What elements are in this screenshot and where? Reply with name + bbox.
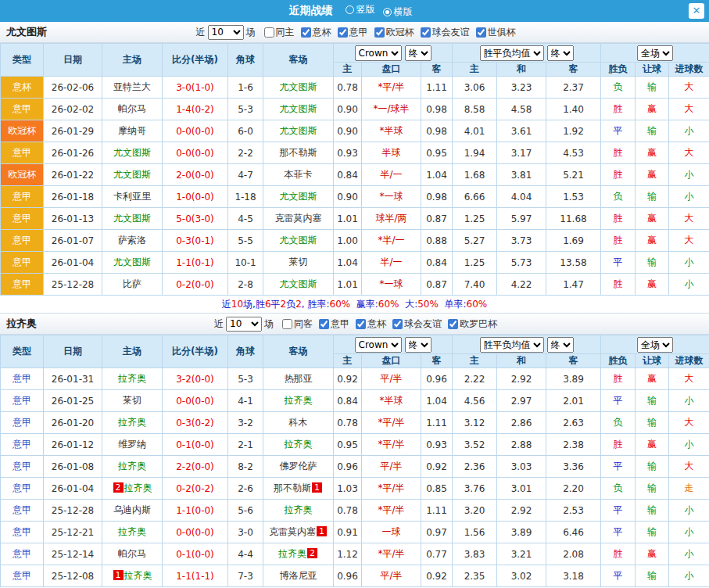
team-link[interactable]: 乌迪内斯	[113, 504, 151, 515]
scope-select[interactable]: 全场	[637, 337, 673, 353]
filter-checkbox-input[interactable]	[282, 319, 292, 329]
team-link[interactable]: 尤文图斯	[280, 278, 317, 289]
filter-checkbox[interactable]: 意杯	[301, 26, 331, 39]
table-row: 意甲25-12-28比萨0-2(0-0)2-8尤文图斯1.01*一球0.877.…	[1, 274, 709, 296]
match-score: 0-0(0-0)	[163, 120, 228, 142]
team-link[interactable]: 比萨	[123, 278, 141, 289]
match-count-select[interactable]: 10	[208, 25, 244, 40]
filter-checkbox-input[interactable]	[374, 27, 385, 38]
close-button[interactable]: ✕	[689, 3, 704, 19]
team-link[interactable]: 拉齐奥	[285, 439, 313, 450]
scope-select[interactable]: 全场	[637, 45, 673, 61]
team-link[interactable]: 尤文图斯	[280, 125, 317, 136]
result-goals: 小	[669, 186, 709, 208]
team-link[interactable]: 佛罗伦萨	[280, 461, 317, 471]
team-link[interactable]: 本菲卡	[285, 169, 313, 180]
sub-column-header: 进球数	[669, 63, 709, 77]
team-link[interactable]: 博洛尼亚	[280, 570, 317, 581]
team-link[interactable]: 拉齐奥	[285, 504, 313, 515]
team-link[interactable]: 尤文图斯	[280, 81, 317, 92]
layout-radio-vertical[interactable]: 竖版	[346, 3, 375, 16]
team-link[interactable]: 尤文图斯	[113, 256, 151, 267]
filter-checkbox-input[interactable]	[338, 27, 348, 38]
filter-checkbox[interactable]: 意甲	[338, 26, 368, 39]
team-link[interactable]: 帕尔马	[118, 548, 146, 559]
mean-away-odds: 2.08	[546, 543, 601, 565]
team-link[interactable]: 拉齐奥	[285, 395, 313, 406]
match-date: 25-12-21	[44, 522, 102, 543]
mean-odds-select[interactable]: 胜平负均值	[480, 337, 544, 353]
match-score: 1-0(0-0)	[163, 186, 228, 208]
filter-checkbox-input[interactable]	[319, 319, 329, 329]
filter-checkbox[interactable]: 欧冠杯	[374, 26, 414, 39]
team-link[interactable]: 尤文图斯	[280, 191, 317, 202]
team-link[interactable]: 帕尔马	[118, 103, 146, 114]
mean-odds-select[interactable]: 胜平负均值	[480, 45, 544, 61]
team-link[interactable]: 拉齐奥	[124, 482, 152, 493]
team-link[interactable]: 拉齐奥	[118, 461, 146, 471]
result-handicap: 赢	[636, 99, 669, 120]
filter-checkbox[interactable]: 同主	[264, 26, 295, 39]
team-name[interactable]: 尤文图斯	[6, 25, 47, 39]
team-link[interactable]: 亚特兰大	[113, 81, 151, 92]
odds-final-select[interactable]: 终	[405, 45, 431, 61]
team-link[interactable]: 那不勒斯	[274, 482, 311, 493]
team-link[interactable]: 摩纳哥	[118, 125, 146, 136]
summary-text: 6	[265, 299, 271, 310]
filter-checkbox-input[interactable]	[392, 319, 403, 329]
result-goals: 走	[669, 478, 709, 500]
filter-checkbox[interactable]: 世俱杯	[476, 26, 516, 39]
team-link[interactable]: 尤文图斯	[280, 103, 317, 114]
team-link[interactable]: 莱切	[123, 395, 141, 406]
team-link[interactable]: 尤文图斯	[113, 169, 151, 180]
match-date: 26-01-29	[44, 120, 102, 142]
filter-checkbox-input[interactable]	[421, 27, 431, 38]
layout-radio-horizontal[interactable]: 横版	[383, 5, 413, 19]
team-link[interactable]: 尤文图斯	[280, 235, 317, 246]
team-link[interactable]: 卡利亚里	[113, 191, 151, 202]
match-score: 0-0(0-0)	[163, 142, 228, 164]
filter-checkbox-input[interactable]	[301, 27, 311, 38]
summary-text: 大:	[399, 299, 418, 310]
odds-final-select[interactable]: 终	[405, 337, 431, 353]
team-link[interactable]: 科木	[289, 417, 308, 428]
team-link[interactable]: 拉齐奥	[278, 548, 306, 559]
mean-away-odds: 2.20	[546, 478, 601, 500]
filter-label: 意甲	[349, 26, 368, 39]
filter-checkbox[interactable]: 同客	[282, 317, 313, 331]
header-row-1: 类型日期主场比分(半场)角球客场Crown终胜平负均值终全场	[1, 44, 709, 63]
team-link[interactable]: 克雷莫内塞	[275, 213, 322, 224]
filter-checkbox-input[interactable]	[356, 319, 366, 329]
asian-odds-away: 0.95	[421, 142, 453, 164]
mean-final-select[interactable]: 终	[547, 45, 574, 61]
team-name[interactable]: 拉齐奥	[6, 317, 37, 331]
odds-company-select[interactable]: Crown	[355, 337, 402, 353]
team-link[interactable]: 莱切	[289, 256, 308, 267]
league-type-cell: 意甲	[1, 368, 44, 390]
team-link[interactable]: 拉齐奥	[124, 570, 152, 581]
team-link[interactable]: 拉齐奥	[118, 526, 146, 537]
sub-column-header: 主	[334, 63, 362, 77]
filter-checkbox-input[interactable]	[476, 27, 486, 38]
team-link[interactable]: 那不勒斯	[280, 147, 317, 158]
team-link[interactable]: 克雷莫内塞	[269, 526, 316, 537]
filter-checkbox-input[interactable]	[264, 27, 274, 38]
odds-company-select[interactable]: Crown	[355, 45, 402, 61]
filter-checkbox[interactable]: 意杯	[356, 317, 386, 331]
team-link[interactable]: 维罗纳	[118, 439, 146, 450]
filter-checkbox-input[interactable]	[448, 319, 458, 329]
result-handicap: 输	[636, 500, 669, 522]
match-count-select[interactable]: 10	[226, 317, 262, 332]
filter-checkbox[interactable]: 欧罗巴杯	[448, 317, 497, 331]
match-score: 0-1(0-0)	[163, 434, 228, 456]
filter-checkbox[interactable]: 球会友谊	[421, 26, 470, 39]
team-link[interactable]: 热那亚	[285, 373, 313, 384]
team-link[interactable]: 尤文图斯	[113, 213, 151, 224]
team-link[interactable]: 萨索洛	[118, 235, 146, 246]
filter-checkbox[interactable]: 球会友谊	[392, 317, 442, 331]
mean-final-select[interactable]: 终	[547, 337, 574, 353]
team-link[interactable]: 拉齐奥	[118, 417, 146, 428]
team-link[interactable]: 拉齐奥	[118, 373, 146, 384]
filter-checkbox[interactable]: 意甲	[319, 317, 349, 331]
team-link[interactable]: 尤文图斯	[113, 147, 151, 158]
